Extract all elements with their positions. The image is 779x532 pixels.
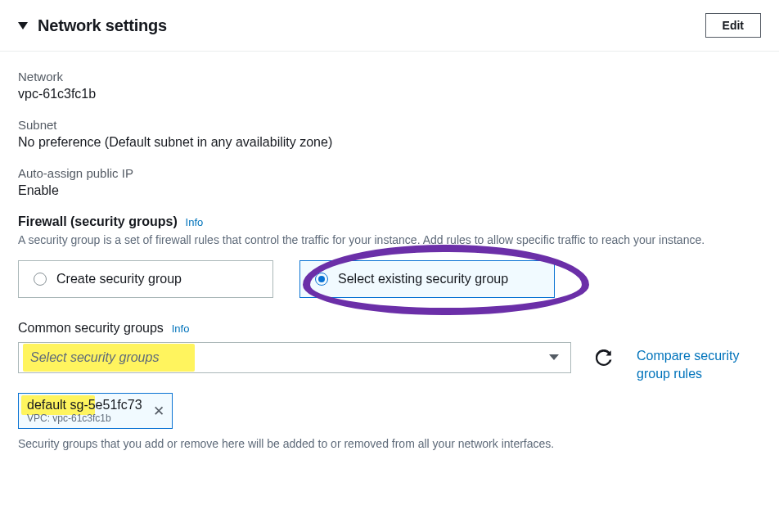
field-auto-assign-ip: Auto-assign public IP Enable (18, 166, 761, 198)
radio-label: Create security group (56, 272, 182, 286)
common-sg-label: Common security groups (18, 321, 164, 335)
radio-select-existing-security-group[interactable]: Select existing security group (299, 260, 555, 298)
chevron-down-icon (549, 354, 559, 360)
collapse-caret-icon[interactable] (18, 22, 28, 29)
helper-text: Security groups that you add or remove h… (18, 437, 761, 450)
chip-label: default sg-5e51fc73 (27, 398, 142, 413)
firewall-description: A security group is a set of firewall ru… (18, 232, 738, 249)
field-firewall: Firewall (security groups) Info A securi… (18, 214, 761, 298)
field-label: Auto-assign public IP (18, 166, 761, 180)
radio-unchecked-icon (34, 273, 47, 286)
field-subnet: Subnet No preference (Default subnet in … (18, 118, 761, 150)
field-label: Subnet (18, 118, 761, 132)
radio-checked-icon (315, 273, 328, 286)
field-common-security-groups: Common security groups Info Select secur… (18, 321, 761, 451)
edit-button[interactable]: Edit (705, 13, 761, 38)
select-placeholder: Select security groups (30, 350, 159, 365)
security-group-chip: default sg-5e51fc73 VPC: vpc-61c3fc1b ✕ (18, 393, 173, 429)
chip-sublabel: VPC: vpc-61c3fc1b (27, 413, 142, 424)
common-sg-info-link[interactable]: Info (172, 322, 190, 335)
section-header: Network settings Edit (0, 0, 779, 52)
radio-label: Select existing security group (338, 272, 508, 286)
chip-remove-icon[interactable]: ✕ (153, 404, 164, 418)
radio-create-security-group[interactable]: Create security group (18, 260, 273, 298)
field-network: Network vpc-61c3fc1b (18, 70, 761, 101)
firewall-label: Firewall (security groups) (18, 214, 178, 228)
section-title: Network settings (38, 16, 167, 35)
field-value: Enable (18, 183, 761, 198)
field-value: vpc-61c3fc1b (18, 87, 761, 101)
compare-rules-link[interactable]: Compare security group rules (637, 347, 759, 384)
refresh-icon[interactable] (596, 349, 612, 366)
field-value: No preference (Default subnet in any ava… (18, 135, 761, 150)
firewall-info-link[interactable]: Info (186, 216, 204, 228)
field-label: Network (18, 70, 761, 83)
security-group-select[interactable]: Select security groups (18, 342, 571, 373)
